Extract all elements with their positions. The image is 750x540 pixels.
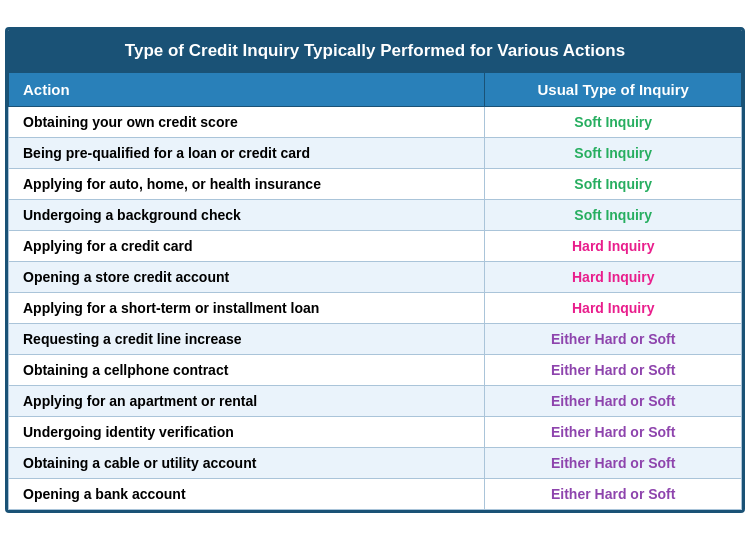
inquiry-cell: Either Hard or Soft <box>485 448 742 479</box>
action-cell: Opening a store credit account <box>9 262 485 293</box>
inquiry-cell: Either Hard or Soft <box>485 324 742 355</box>
table-row: Applying for a short-term or installment… <box>9 293 742 324</box>
action-cell: Obtaining a cable or utility account <box>9 448 485 479</box>
action-cell: Undergoing a background check <box>9 200 485 231</box>
action-cell: Being pre-qualified for a loan or credit… <box>9 138 485 169</box>
table-row: Requesting a credit line increaseEither … <box>9 324 742 355</box>
action-cell: Requesting a credit line increase <box>9 324 485 355</box>
inquiry-cell: Either Hard or Soft <box>485 355 742 386</box>
table-row: Applying for auto, home, or health insur… <box>9 169 742 200</box>
inquiry-cell: Either Hard or Soft <box>485 417 742 448</box>
action-cell: Applying for auto, home, or health insur… <box>9 169 485 200</box>
action-cell: Opening a bank account <box>9 479 485 510</box>
table-row: Opening a store credit accountHard Inqui… <box>9 262 742 293</box>
table-row: Applying for an apartment or rentalEithe… <box>9 386 742 417</box>
table-row: Undergoing a background checkSoft Inquir… <box>9 200 742 231</box>
action-cell: Obtaining your own credit score <box>9 107 485 138</box>
inquiry-cell: Hard Inquiry <box>485 231 742 262</box>
table-row: Obtaining a cellphone contractEither Har… <box>9 355 742 386</box>
action-cell: Applying for a short-term or installment… <box>9 293 485 324</box>
inquiry-cell: Soft Inquiry <box>485 169 742 200</box>
inquiry-cell: Either Hard or Soft <box>485 386 742 417</box>
action-cell: Applying for an apartment or rental <box>9 386 485 417</box>
action-cell: Applying for a credit card <box>9 231 485 262</box>
action-cell: Obtaining a cellphone contract <box>9 355 485 386</box>
inquiry-cell: Either Hard or Soft <box>485 479 742 510</box>
table-row: Being pre-qualified for a loan or credit… <box>9 138 742 169</box>
header-inquiry: Usual Type of Inquiry <box>485 73 742 107</box>
header-action: Action <box>9 73 485 107</box>
table-row: Undergoing identity verificationEither H… <box>9 417 742 448</box>
inquiry-cell: Soft Inquiry <box>485 107 742 138</box>
table-row: Opening a bank accountEither Hard or Sof… <box>9 479 742 510</box>
inquiry-cell: Soft Inquiry <box>485 200 742 231</box>
inquiry-cell: Hard Inquiry <box>485 293 742 324</box>
table-title: Type of Credit Inquiry Typically Perform… <box>8 30 742 72</box>
table-row: Obtaining your own credit scoreSoft Inqu… <box>9 107 742 138</box>
table-row: Obtaining a cable or utility accountEith… <box>9 448 742 479</box>
main-table-container: Type of Credit Inquiry Typically Perform… <box>5 27 745 513</box>
inquiry-cell: Hard Inquiry <box>485 262 742 293</box>
inquiry-table: Action Usual Type of Inquiry Obtaining y… <box>8 72 742 510</box>
table-row: Applying for a credit cardHard Inquiry <box>9 231 742 262</box>
inquiry-cell: Soft Inquiry <box>485 138 742 169</box>
action-cell: Undergoing identity verification <box>9 417 485 448</box>
